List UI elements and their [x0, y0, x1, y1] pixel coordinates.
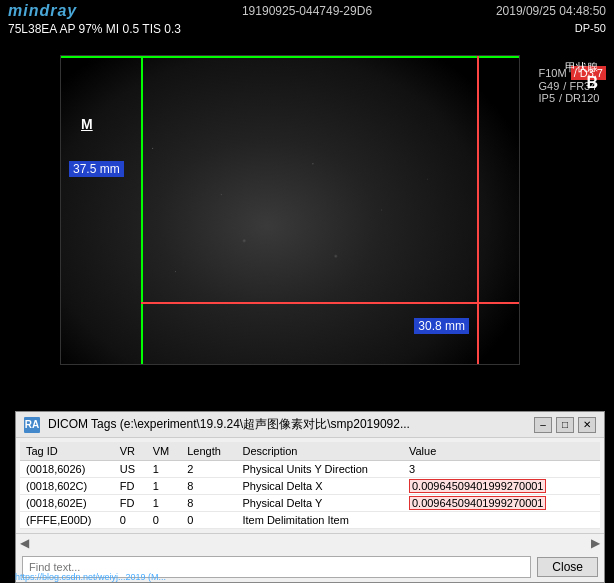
- cell-tag-id: (0018,6026): [20, 461, 114, 478]
- top-bar: mindray 19190925-044749-29D6 2019/09/25 …: [0, 0, 614, 22]
- minimize-button[interactable]: –: [534, 417, 552, 433]
- dialog-bottom: Close: [16, 552, 604, 582]
- cell-vr: FD: [114, 478, 147, 495]
- cell-vr: 0: [114, 512, 147, 529]
- imaging-area: mindray 19190925-044749-29D6 2019/09/25 …: [0, 0, 614, 390]
- table-row[interactable]: (0018,6026)US12Physical Units Y Directio…: [20, 461, 600, 478]
- cell-length: 2: [181, 461, 236, 478]
- patient-info: 75L38EA AP 97% MI 0.5 TIS 0.3: [8, 22, 181, 36]
- probe-detail-row3: IP5 / DR120: [539, 92, 606, 104]
- cell-vm: 1: [147, 495, 181, 512]
- cell-tag-id: (0018,602E): [20, 495, 114, 512]
- cell-vr: US: [114, 461, 147, 478]
- cell-value: 0.00964509401999270001: [403, 495, 584, 512]
- probe-info: DP-50 甲状腺 B F10M / D3.7 G49 / FR34 IP5 /…: [539, 22, 606, 104]
- cell-vr: FD: [114, 495, 147, 512]
- cell-value: 3: [403, 461, 584, 478]
- col-length: Length: [181, 442, 236, 461]
- vline-right: [477, 56, 479, 364]
- hline-top: [61, 56, 519, 58]
- scroll-hint: ◀ ▶: [16, 533, 604, 552]
- scroll-left-arrow[interactable]: ◀: [20, 536, 29, 550]
- cell-description: Physical Delta Y: [236, 495, 403, 512]
- cell-value: 0.00964509401999270001: [403, 478, 584, 495]
- col-vm: VM: [147, 442, 181, 461]
- scroll-cell: [584, 478, 600, 495]
- maximize-button[interactable]: □: [556, 417, 574, 433]
- hline-bottom: [141, 302, 519, 304]
- f10m-label: F10M: [539, 67, 567, 79]
- dialog-body: Tag ID VR VM Length Description Value (0…: [20, 442, 600, 529]
- dicom-dialog-icon: RA: [24, 417, 40, 433]
- col-vr: VR: [114, 442, 147, 461]
- col-tag-id: Tag ID: [20, 442, 114, 461]
- col-value: Value: [403, 442, 584, 461]
- cell-vm: 0: [147, 512, 181, 529]
- vline-left: [141, 56, 143, 364]
- scroll-cell: [584, 461, 600, 478]
- dicom-dialog: RA DICOM Tags (e:\experiment\19.9.24\超声图…: [15, 411, 605, 583]
- cell-tag-id: (0018,602C): [20, 478, 114, 495]
- cell-length: 8: [181, 478, 236, 495]
- us-image: 37.5 mm 30.8 mm M 0 1 2 3 ◀ ◀: [61, 56, 519, 364]
- scroll-right-arrow[interactable]: ▶: [591, 536, 600, 550]
- cell-length: 0: [181, 512, 236, 529]
- datetime: 2019/09/25 04:48:50: [496, 4, 606, 18]
- probe-model: DP-50: [539, 22, 606, 34]
- cell-vm: 1: [147, 478, 181, 495]
- close-x-button[interactable]: ✕: [578, 417, 596, 433]
- measure-vertical: 37.5 mm: [69, 161, 124, 177]
- cell-vm: 1: [147, 461, 181, 478]
- cell-length: 8: [181, 495, 236, 512]
- dialog-title: DICOM Tags (e:\experiment\19.9.24\超声图像素对…: [48, 416, 526, 433]
- close-button[interactable]: Close: [537, 557, 598, 577]
- ip5-label: IP5: [539, 92, 556, 104]
- cell-description: Physical Delta X: [236, 478, 403, 495]
- scan-id: 19190925-044749-29D6: [242, 4, 372, 18]
- find-text-input[interactable]: [22, 556, 531, 578]
- scroll-cell: [584, 512, 600, 529]
- g49-label: G49: [539, 80, 560, 92]
- cell-value: [403, 512, 584, 529]
- dialog-controls: – □ ✕: [534, 417, 596, 433]
- cell-description: Item Delimitation Item: [236, 512, 403, 529]
- dr120-label: / DR120: [559, 92, 599, 104]
- dialog-titlebar: RA DICOM Tags (e:\experiment\19.9.24\超声图…: [16, 412, 604, 438]
- col-scroll-space: [584, 442, 600, 461]
- col-description: Description: [236, 442, 403, 461]
- chinese-label: 甲状腺: [565, 60, 598, 75]
- cell-description: Physical Units Y Direction: [236, 461, 403, 478]
- dicom-table: Tag ID VR VM Length Description Value (0…: [20, 442, 600, 529]
- cell-tag-id: (FFFE,E00D): [20, 512, 114, 529]
- table-row[interactable]: (FFFE,E00D)000Item Delimitation Item: [20, 512, 600, 529]
- m-marker: M: [81, 116, 93, 132]
- table-row[interactable]: (0018,602C)FD18Physical Delta X0.0096450…: [20, 478, 600, 495]
- mode-label: B: [586, 74, 598, 92]
- scroll-cell: [584, 495, 600, 512]
- table-row[interactable]: (0018,602E)FD18Physical Delta Y0.0096450…: [20, 495, 600, 512]
- measure-horizontal: 30.8 mm: [414, 318, 469, 334]
- brand-logo: mindray: [8, 2, 77, 20]
- ultrasound-viewport: 37.5 mm 30.8 mm M 0 1 2 3 ◀ ◀: [60, 55, 520, 365]
- table-header: Tag ID VR VM Length Description Value: [20, 442, 600, 461]
- table-body: (0018,6026)US12Physical Units Y Directio…: [20, 461, 600, 529]
